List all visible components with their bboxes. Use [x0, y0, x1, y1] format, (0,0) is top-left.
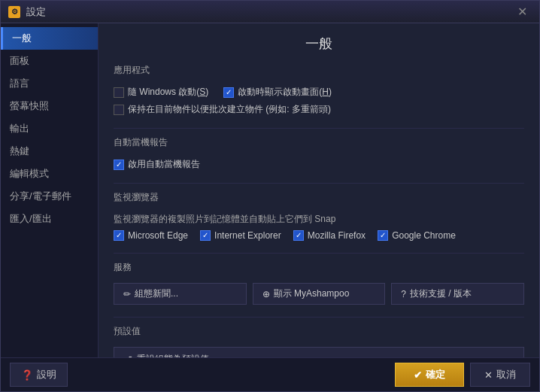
checkbox2-wrapper[interactable]: 啟動時顯示啟動畫面(H)	[223, 86, 332, 99]
checkbox-batch[interactable]	[114, 105, 124, 115]
service-myashampoo-label: 顯示 MyAshampoo	[274, 287, 350, 300]
auto-report-section: 自動當機報告 啟用自動當機報告	[114, 136, 524, 171]
service-support-button[interactable]: ? 技術支援 / 版本	[391, 283, 524, 305]
main-panel: 一般 應用程式 隨 Windows 啟動(S) 啟動時顯示啟動畫面(H)	[99, 23, 539, 357]
cancel-icon: ✕	[484, 369, 493, 381]
services-title: 服務	[114, 261, 524, 277]
sidebar-item-panel[interactable]: 面板	[1, 50, 98, 72]
auto-report-title: 自動當機報告	[114, 136, 524, 152]
checkbox-auto-report-wrapper[interactable]: 啟用自動當機報告	[114, 158, 524, 171]
divider3	[114, 253, 524, 254]
ok-button[interactable]: ✔ 確定	[395, 363, 464, 387]
checkbox-auto-report-label: 啟用自動當機報告	[128, 158, 200, 171]
help-button[interactable]: ❓ 設明	[10, 363, 68, 387]
monitor-title: 監視瀏覽器	[114, 191, 524, 207]
support-icon: ?	[401, 289, 406, 299]
content-area: 一般面板語言螢幕快照輸出熱鍵編輯模式分享/電子郵件匯入/匯出 一般 應用程式 隨…	[1, 23, 539, 357]
sidebar-item-shortcuts[interactable]: 螢幕快照	[1, 95, 98, 117]
news-icon: ✏	[123, 289, 131, 299]
close-button[interactable]: ✕	[513, 5, 532, 20]
sidebar-item-editor[interactable]: 編輯模式	[1, 163, 98, 185]
sidebar-item-general[interactable]: 一般	[1, 27, 98, 50]
window-title: 設定	[26, 5, 513, 19]
checkbox-auto-report[interactable]	[114, 160, 124, 170]
browser-edge-label: Microsoft Edge	[128, 230, 188, 241]
checkbox-show-startup[interactable]	[223, 87, 234, 98]
browser-firefox-label: Mozilla Firefox	[308, 230, 366, 241]
browser-ie[interactable]: Internet Explorer	[200, 230, 281, 241]
checkbox-edge[interactable]	[114, 230, 124, 241]
service-news-button[interactable]: ✏ 組態新聞...	[114, 283, 247, 305]
myashampoo-icon: ⊕	[262, 289, 270, 299]
sidebar-item-import[interactable]: 匯入/匯出	[1, 208, 98, 230]
checkbox1-wrapper[interactable]: 隨 Windows 啟動(S)	[114, 86, 208, 99]
divider4	[114, 317, 524, 318]
browser-chrome[interactable]: Google Chrome	[378, 230, 456, 241]
sidebar-item-output[interactable]: 輸出	[1, 117, 98, 140]
services-section: 服務 ✏ 組態新聞... ⊕ 顯示 MyAshampoo ? 技術支援 / 版本	[114, 261, 524, 305]
divider2	[114, 183, 524, 184]
app-section-title: 應用程式	[114, 64, 524, 80]
service-support-label: 技術支援 / 版本	[410, 287, 472, 300]
app-checkboxes-row2: 保持在目前物件以便批次建立物件 (例如: 多重箭頭)	[114, 103, 524, 116]
settings-window: ⚙ 設定 ✕ 一般面板語言螢幕快照輸出熱鍵編輯模式分享/電子郵件匯入/匯出 一般…	[0, 0, 540, 392]
checkbox-chrome[interactable]	[378, 230, 388, 241]
presets-title: 預設值	[114, 325, 524, 341]
monitor-section: 監視瀏覽器 監視瀏覽器的複製照片到記憶體並自動貼上它們到 Snap Micros…	[114, 191, 524, 241]
checkbox-windows-start[interactable]	[114, 87, 124, 98]
title-bar: ⚙ 設定 ✕	[1, 1, 539, 23]
app-icon: ⚙	[8, 6, 20, 18]
checkbox3-label: 保持在目前物件以便批次建立物件 (例如: 多重箭頭)	[128, 103, 331, 116]
browser-row: Microsoft Edge Internet Explorer Mozilla…	[114, 230, 524, 241]
app-checkboxes-row1: 隨 Windows 啟動(S) 啟動時顯示啟動畫面(H)	[114, 86, 524, 99]
bottom-bar: ❓ 設明 ✔ 確定 ✕ 取消	[1, 357, 539, 391]
cancel-button[interactable]: ✕ 取消	[470, 363, 530, 387]
browser-edge[interactable]: Microsoft Edge	[114, 230, 188, 241]
monitor-desc: 監視瀏覽器的複製照片到記憶體並自動貼上它們到 Snap	[114, 213, 524, 226]
ok-icon: ✔	[414, 369, 422, 381]
sidebar-item-language[interactable]: 語言	[1, 72, 98, 95]
app-section: 應用程式 隨 Windows 啟動(S) 啟動時顯示啟動畫面(H) 保持在目前物…	[114, 64, 524, 116]
cancel-label: 取消	[496, 368, 516, 381]
browser-firefox[interactable]: Mozilla Firefox	[293, 230, 366, 241]
checkbox1-label: 隨 Windows 啟動(S)	[128, 86, 208, 99]
service-news-label: 組態新聞...	[135, 287, 178, 300]
browser-ie-label: Internet Explorer	[214, 230, 281, 241]
divider1	[114, 128, 524, 129]
checkbox-ie[interactable]	[200, 230, 211, 241]
sidebar-item-hotkeys[interactable]: 熱鍵	[1, 140, 98, 163]
sidebar-item-share[interactable]: 分享/電子郵件	[1, 185, 98, 208]
presets-section: 預設值 ↺ 重設組態為預設值 ↺ 重設 (顯示) 介紹視窗	[114, 325, 524, 357]
checkbox3-wrapper[interactable]: 保持在目前物件以便批次建立物件 (例如: 多重箭頭)	[114, 103, 331, 116]
service-myashampoo-button[interactable]: ⊕ 顯示 MyAshampoo	[253, 283, 386, 305]
checkbox-firefox[interactable]	[293, 230, 304, 241]
help-label: 設明	[37, 368, 56, 381]
ok-label: 確定	[426, 368, 445, 381]
reset-config-button[interactable]: ↺ 重設組態為預設值	[114, 347, 524, 357]
sidebar: 一般面板語言螢幕快照輸出熱鍵編輯模式分享/電子郵件匯入/匯出	[1, 23, 99, 357]
services-row: ✏ 組態新聞... ⊕ 顯示 MyAshampoo ? 技術支援 / 版本	[114, 283, 524, 305]
checkbox2-label: 啟動時顯示啟動畫面(H)	[238, 86, 332, 99]
page-title: 一般	[114, 35, 524, 53]
browser-chrome-label: Google Chrome	[392, 230, 456, 241]
help-icon: ❓	[21, 369, 33, 381]
